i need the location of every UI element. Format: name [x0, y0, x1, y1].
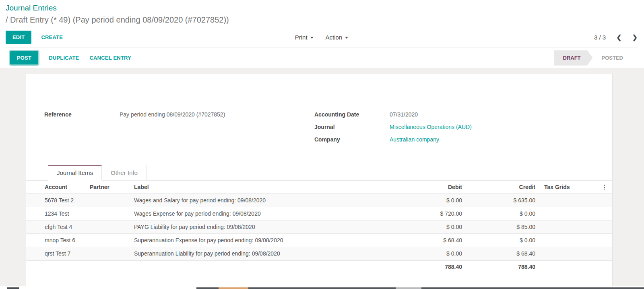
table-row[interactable]: qrst Test 7 Superannuation Liability for…	[26, 247, 612, 260]
totals-row: 788.40 788.40	[26, 260, 612, 274]
cell-debit: $ 0.00	[405, 220, 465, 234]
action-dropdown[interactable]: Action	[326, 34, 349, 41]
form-fields: Reference Pay period ending 08/09/2020 (…	[26, 111, 612, 149]
cell-tax-grids	[539, 234, 597, 247]
status-pipeline: DRAFT POSTED	[554, 50, 631, 66]
statusbar-buttons: POST DUPLICATE CANCEL ENTRY	[9, 51, 554, 64]
page-title: / Draft Entry (* 49) (Pay period ending …	[6, 14, 638, 26]
cell-partner	[87, 207, 131, 220]
table-row[interactable]: 1234 Test Wages Expense for pay period e…	[26, 207, 612, 220]
control-panel: Journal Entries / Draft Entry (* 49) (Pa…	[0, 0, 644, 68]
cell-debit: $ 720.00	[405, 207, 465, 220]
cell-account: efgh Test 4	[26, 220, 87, 234]
company-label: Company	[314, 136, 390, 143]
cell-account: 5678 Test 2	[26, 194, 87, 207]
table-row[interactable]: efgh Test 4 PAYG Liability for pay perio…	[26, 220, 612, 234]
content-area: Reference Pay period ending 08/09/2020 (…	[0, 68, 644, 286]
cell-options	[597, 207, 612, 220]
total-credit: 788.40	[465, 260, 539, 274]
cell-tax-grids	[539, 220, 597, 234]
cell-label: Wages Expense for pay period ending: 09/…	[131, 207, 405, 220]
cell-label: Superannuation Expense for pay period en…	[131, 234, 405, 247]
tab-bar: Journal Items Other Info	[26, 165, 612, 181]
breadcrumb-journal-entries[interactable]: Journal Entries	[6, 3, 57, 13]
pager: 3 / 3 ❮ ❯	[348, 33, 638, 41]
cell-label: Wages and Salary for pay period ending: …	[131, 194, 405, 207]
cell-debit: $ 0.00	[405, 194, 465, 207]
cell-credit: $ 635.00	[465, 194, 539, 207]
cell-label: PAYG Liability for pay period ending: 09…	[131, 220, 405, 234]
reference-field: Reference Pay period ending 08/09/2020 (…	[44, 111, 314, 118]
tab-other-info[interactable]: Other Info	[102, 165, 147, 181]
company-field: Company Australian company	[314, 136, 594, 143]
chevron-right-icon[interactable]: ❯	[632, 33, 638, 41]
column-header-debit[interactable]: Debit	[405, 181, 465, 194]
notebook: Journal Items Other Info Account Partner…	[26, 165, 612, 273]
cell-credit: $ 0.00	[465, 234, 539, 247]
accounting-date-field: Accounting Date 07/31/2020	[314, 111, 594, 118]
cell-debit: $ 0.00	[405, 247, 465, 260]
table-header-row: Account Partner Label Debit Credit Tax G…	[26, 181, 612, 194]
reference-value: Pay period ending 08/09/2020 (#7027852)	[120, 111, 225, 118]
cancel-entry-button[interactable]: CANCEL ENTRY	[89, 55, 131, 61]
journal-items-body: 5678 Test 2 Wages and Salary for pay per…	[26, 194, 612, 260]
cell-tax-grids	[539, 207, 597, 220]
cell-debit: $ 68.40	[405, 234, 465, 247]
taskbar-segment	[7, 287, 19, 289]
column-header-partner[interactable]: Partner	[87, 181, 131, 194]
reference-label: Reference	[44, 111, 120, 118]
button-row-left: EDIT CREATE	[6, 31, 295, 44]
statusbar-row: POST DUPLICATE CANCEL ENTRY DRAFT POSTED	[6, 48, 638, 68]
cell-options	[597, 194, 612, 207]
cell-account: qrst Test 7	[26, 247, 87, 260]
cell-account: 1234 Test	[26, 207, 87, 220]
print-dropdown[interactable]: Print	[295, 34, 314, 41]
pager-count: 3 / 3	[594, 34, 606, 41]
cell-options	[597, 247, 612, 260]
create-button[interactable]: CREATE	[41, 34, 63, 40]
journal-items-table: Account Partner Label Debit Credit Tax G…	[26, 181, 612, 273]
button-row: EDIT CREATE Print Action 3 / 3 ❮ ❯	[6, 30, 638, 44]
form-right-column: Accounting Date 07/31/2020 Journal Misce…	[314, 111, 594, 149]
taskbar-segment	[219, 287, 248, 289]
taskbar-edge-strip	[0, 287, 644, 289]
status-draft[interactable]: DRAFT	[554, 50, 592, 66]
column-header-tax-grids[interactable]: Tax Grids	[539, 181, 597, 194]
table-row[interactable]: 5678 Test 2 Wages and Salary for pay per…	[26, 194, 612, 207]
journal-label: Journal	[314, 124, 390, 131]
status-posted[interactable]: POSTED	[594, 50, 631, 66]
cell-account: mnop Test 6	[26, 234, 87, 247]
cell-tax-grids	[539, 247, 597, 260]
column-header-credit[interactable]: Credit	[465, 181, 539, 194]
journal-field: Journal Miscellaneous Operations (AUD)	[314, 124, 594, 131]
form-sheet: Reference Pay period ending 08/09/2020 (…	[26, 74, 613, 286]
print-dropdown-label: Print	[295, 34, 308, 41]
optional-columns-icon[interactable]: ⋮	[602, 184, 607, 190]
tab-journal-items[interactable]: Journal Items	[48, 165, 102, 181]
chevron-left-icon[interactable]: ❮	[616, 33, 621, 41]
cell-credit: $ 85.00	[465, 220, 539, 234]
button-row-center: Print Action	[295, 34, 349, 41]
accounting-date-label: Accounting Date	[314, 111, 390, 118]
post-button[interactable]: POST	[10, 51, 38, 64]
company-value-link[interactable]: Australian company	[390, 136, 439, 143]
cell-options	[597, 220, 612, 234]
cell-partner	[87, 220, 131, 234]
chevron-down-icon	[310, 37, 314, 39]
cell-credit: $ 0.00	[465, 207, 539, 220]
edit-button[interactable]: EDIT	[6, 31, 31, 44]
cell-partner	[87, 234, 131, 247]
cell-options	[597, 234, 612, 247]
action-dropdown-label: Action	[326, 34, 343, 41]
table-row[interactable]: mnop Test 6 Superannuation Expense for p…	[26, 234, 612, 247]
column-header-account[interactable]: Account	[26, 181, 87, 194]
chevron-down-icon	[345, 37, 348, 39]
cell-tax-grids	[539, 194, 597, 207]
column-header-label[interactable]: Label	[131, 181, 405, 194]
breadcrumb: Journal Entries / Draft Entry (* 49) (Pa…	[6, 3, 638, 26]
journal-value-link[interactable]: Miscellaneous Operations (AUD)	[390, 124, 472, 131]
cell-partner	[87, 247, 131, 260]
taskbar-segment	[396, 287, 421, 289]
duplicate-button[interactable]: DUPLICATE	[49, 55, 79, 61]
cell-partner	[87, 194, 131, 207]
